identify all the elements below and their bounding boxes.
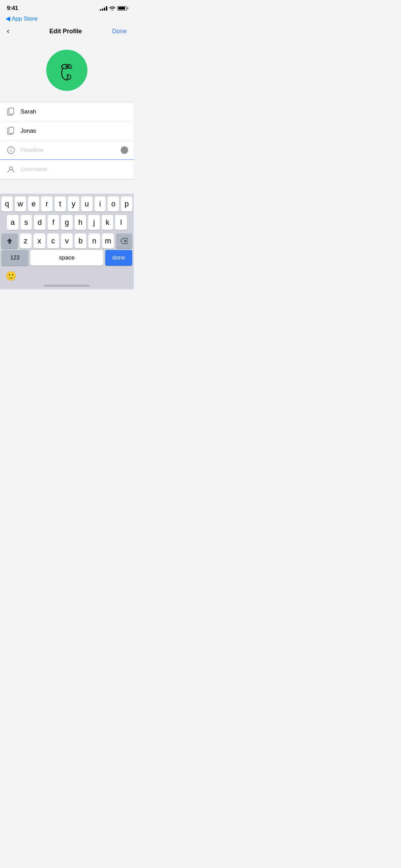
copy-icon	[5, 108, 16, 116]
key-y[interactable]: y	[68, 196, 79, 212]
username-input[interactable]	[21, 166, 128, 173]
keyboard-done-key[interactable]: done	[105, 250, 132, 266]
svg-rect-4	[9, 108, 14, 114]
delete-key[interactable]	[116, 233, 132, 249]
svg-rect-6	[9, 127, 14, 133]
key-l[interactable]: l	[115, 215, 127, 230]
key-o[interactable]: o	[108, 196, 119, 212]
page-title: Edit Profile	[49, 28, 82, 35]
key-k[interactable]: k	[102, 215, 113, 230]
keyboard-bottom-row: 123 space done	[0, 250, 134, 267]
keyboard: q w e r t y u i o p a s d f g h j k l	[0, 194, 134, 289]
svg-text:i: i	[10, 148, 12, 153]
emoji-bar: 🙂	[0, 267, 134, 285]
username-row[interactable]	[0, 160, 134, 179]
keyboard-row-1: q w e r t y u i o p	[1, 196, 132, 212]
status-bar: 9:41	[0, 0, 134, 14]
status-icons	[100, 6, 127, 11]
back-chevron-icon: ◀	[5, 15, 10, 22]
svg-point-2	[65, 66, 67, 68]
nav-bar: ‹ Edit Profile Done	[0, 24, 134, 41]
key-m[interactable]: m	[102, 233, 114, 249]
key-t[interactable]: t	[54, 196, 66, 212]
last-name-value: Jonas	[21, 128, 36, 134]
headline-input[interactable]	[21, 147, 118, 154]
battery-icon	[117, 6, 127, 11]
app-store-back-link[interactable]: ◀ App Store	[5, 15, 128, 22]
shift-key[interactable]	[1, 233, 18, 249]
key-u[interactable]: u	[81, 196, 93, 212]
key-v[interactable]: v	[61, 233, 73, 249]
status-time: 9:41	[7, 5, 18, 12]
key-n[interactable]: n	[88, 233, 100, 249]
key-s[interactable]: s	[21, 215, 32, 230]
numbers-key[interactable]: 123	[1, 250, 28, 266]
home-indicator	[0, 285, 134, 289]
back-chevron-icon: ‹	[7, 27, 9, 35]
form-section: Sarah Jonas i	[0, 102, 134, 179]
keyboard-rows: q w e r t y u i o p a s d f g h j k l	[0, 194, 134, 250]
key-a[interactable]: a	[7, 215, 19, 230]
key-z[interactable]: z	[20, 233, 32, 249]
avatar-section	[0, 41, 134, 102]
last-name-row: Jonas	[0, 121, 134, 141]
key-i[interactable]: i	[95, 196, 106, 212]
info-icon: i	[5, 146, 16, 154]
wifi-icon	[109, 6, 115, 11]
back-button[interactable]: ‹	[7, 25, 19, 37]
headline-dot	[121, 146, 128, 154]
done-button[interactable]: Done	[112, 28, 127, 35]
copy-icon-2	[5, 127, 16, 135]
key-g[interactable]: g	[61, 215, 73, 230]
first-name-row: Sarah	[0, 102, 134, 121]
space-key[interactable]: space	[31, 250, 103, 266]
avatar[interactable]	[46, 50, 87, 91]
key-h[interactable]: h	[75, 215, 86, 230]
key-r[interactable]: r	[41, 196, 52, 212]
key-j[interactable]: j	[88, 215, 100, 230]
keyboard-row-3: z x c v b n m	[1, 233, 132, 249]
headline-row[interactable]: i	[0, 141, 134, 160]
key-f[interactable]: f	[48, 215, 59, 230]
key-q[interactable]: q	[1, 196, 13, 212]
back-label: App Store	[12, 15, 38, 22]
key-x[interactable]: x	[34, 233, 45, 249]
key-e[interactable]: e	[28, 196, 39, 212]
key-w[interactable]: w	[15, 196, 26, 212]
home-bar	[44, 285, 90, 287]
key-b[interactable]: b	[75, 233, 86, 249]
avatar-image	[51, 55, 82, 86]
emoji-button[interactable]: 🙂	[5, 271, 16, 281]
back-nav: ◀ App Store	[0, 14, 134, 24]
first-name-value: Sarah	[21, 108, 36, 115]
key-c[interactable]: c	[47, 233, 59, 249]
person-icon	[5, 166, 16, 173]
svg-point-0	[51, 55, 82, 86]
key-p[interactable]: p	[121, 196, 132, 212]
key-d[interactable]: d	[34, 215, 46, 230]
keyboard-row-2: a s d f g h j k l	[1, 215, 132, 230]
signal-icon	[100, 6, 107, 11]
